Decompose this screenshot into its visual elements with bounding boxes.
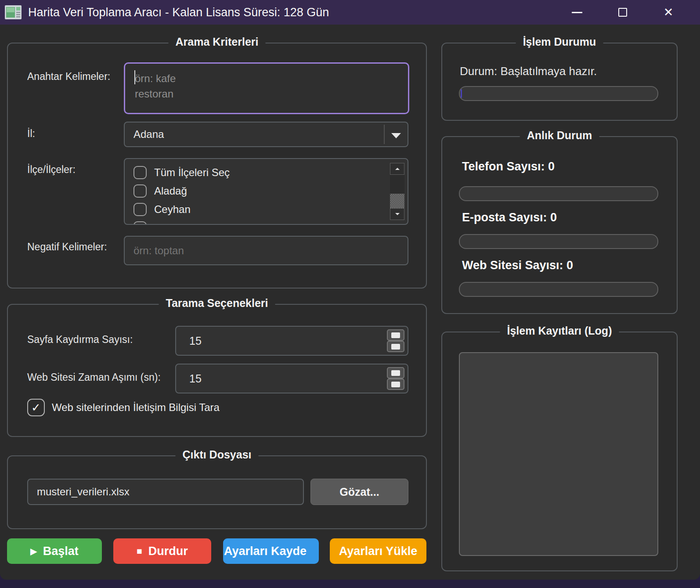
group-scan-options: Tarama Seçenekleri Sayfa Kaydırma Sayısı… [7,304,427,437]
timeout-spinbox[interactable] [175,364,408,393]
group-log-title: İşlem Kayıtları (Log) [500,325,619,337]
spinner-up-icon [391,332,400,338]
maximize-button[interactable] [610,0,635,25]
list-item[interactable]: Aladağ [125,182,408,200]
start-button-label: Başlat [43,545,79,558]
arrow-down-icon [395,213,400,215]
progress-indicator [461,89,462,98]
group-live-status: Anlık Durum Telefon Sayısı: 0 E-posta Sa… [441,136,678,314]
email-count-label: E-posta Sayısı: 0 [462,211,557,224]
scroll-down-button[interactable] [390,208,404,220]
email-progressbar [459,234,658,249]
timeout-input[interactable] [176,364,408,393]
listbox-scrollbar[interactable] [390,163,404,220]
titlebar: Harita Veri Toplama Aracı - Kalan Lisans… [0,0,700,25]
contact-scan-checkbox-row[interactable]: ✓ Web sitelerinden İletişim Bilgisi Tara [27,399,220,416]
province-combobox[interactable]: Adana [124,122,408,147]
province-value: Adana [125,128,164,141]
stop-button[interactable]: ■ Durdur [113,538,211,564]
group-status-title: İşlem Durumu [516,36,603,48]
checkbox-icon[interactable] [134,203,147,216]
scroll-count-input[interactable] [176,327,408,355]
group-scan-title: Tarama Seçenekleri [159,297,275,310]
group-process-status: İşlem Durumu Durum: Başlatılmaya hazır. [441,43,678,121]
browse-button[interactable]: Gözat... [310,479,408,505]
spinner-up-button[interactable] [387,367,404,379]
spinner-down-button[interactable] [387,379,404,390]
phone-count-label: Telefon Sayısı: 0 [462,160,555,173]
scroll-count-spinbox[interactable] [175,326,408,356]
districts-listbox[interactable]: Tüm İlçeleri Seç Aladağ Ceyhan [124,158,408,225]
phone-progressbar [459,186,658,201]
group-search-title: Arama Kriterleri [169,36,266,48]
main-content: Arama Kriterleri Anahtar Kelimeler: İl: … [0,25,700,580]
maximize-icon [618,8,627,17]
checkbox-icon[interactable] [134,221,147,225]
play-icon: ▶ [30,546,37,556]
load-settings-button[interactable]: Ayarları Yükle [330,538,426,564]
list-item-label: Aladağ [154,185,187,197]
minimize-icon [572,12,582,13]
start-button[interactable]: ▶ Başlat [7,538,102,564]
arrow-up-icon [395,168,400,170]
spinner-down-icon [391,344,400,350]
scroll-up-button[interactable] [390,163,404,175]
combo-divider [384,125,385,144]
stop-icon: ■ [137,546,142,556]
save-settings-label: Ayarları Kayde [223,538,319,564]
districts-label: İlçe/İlçeler: [27,164,76,176]
group-output-file: Çıktı Dosyası Gözat... [7,455,427,529]
status-progressbar [459,86,658,101]
timeout-label: Web Sitesi Zaman Aşımı (sn): [27,372,161,383]
website-progressbar [459,282,658,297]
list-item-label: Ceyhan [154,203,191,216]
output-file-input[interactable] [28,480,303,504]
stop-button-label: Durdur [148,545,188,558]
districts-items: Tüm İlçeleri Seç Aladağ Ceyhan [125,159,408,225]
status-text: Durum: Başlatılmaya hazır. [460,65,597,78]
contact-scan-checkbox-label: Web sitelerinden İletişim Bilgisi Tara [52,401,220,414]
group-search-criteria: Arama Kriterleri Anahtar Kelimeler: İl: … [7,43,427,289]
scroll-count-label: Sayfa Kaydırma Sayısı: [27,334,133,346]
chevron-down-icon [391,133,401,138]
list-item[interactable]: Tüm İlçeleri Seç [125,163,408,182]
window-title: Harita Veri Toplama Aracı - Kalan Lisans… [28,6,329,19]
spinner-down-icon [391,382,400,387]
spinner-up-icon [391,370,400,376]
load-settings-label: Ayarları Yükle [339,545,418,558]
save-settings-button[interactable]: Ayarları Kayde [223,538,319,564]
negative-keywords-label: Negatif Kelimeler: [27,241,107,253]
text-caret [134,70,135,84]
list-item[interactable] [125,219,408,225]
province-label: İl: [27,128,35,140]
app-window: Harita Veri Toplama Aracı - Kalan Lisans… [0,0,700,580]
log-textarea[interactable] [459,352,658,556]
checkbox-checked-icon[interactable]: ✓ [27,399,45,416]
keywords-textarea[interactable] [125,64,408,113]
group-output-title: Çıktı Dosyası [175,448,258,461]
output-file-wrap [27,479,304,505]
checkbox-icon[interactable] [134,184,147,198]
checkbox-icon[interactable] [134,166,147,179]
spinner-down-button[interactable] [387,341,404,352]
list-item-label: Tüm İlçeleri Seç [154,166,230,179]
group-live-title: Anlık Durum [520,129,599,142]
app-icon [4,4,22,21]
minimize-button[interactable] [565,0,589,25]
group-log: İşlem Kayıtları (Log) [441,332,678,571]
close-button[interactable]: ✕ [656,0,681,25]
list-item[interactable]: Ceyhan [125,200,408,219]
spinner-up-button[interactable] [387,329,404,341]
website-count-label: Web Sitesi Sayısı: 0 [462,259,573,272]
keywords-textarea-wrap [124,62,409,114]
keywords-label: Anahtar Kelimeler: [27,71,110,83]
negative-keywords-input[interactable] [124,236,408,265]
